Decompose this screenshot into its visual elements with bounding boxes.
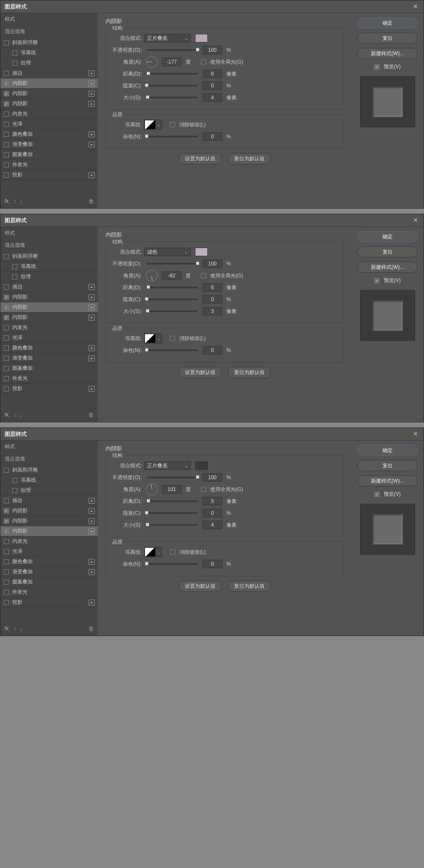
style-checkbox[interactable]	[4, 529, 9, 534]
angle-input[interactable]: 101	[162, 485, 181, 494]
down-icon[interactable]: ↓	[20, 198, 23, 204]
style-item[interactable]: 内阴影+	[0, 292, 98, 302]
ok-button[interactable]: 确定	[357, 17, 418, 28]
opacity-input[interactable]: 100	[203, 473, 222, 482]
contour-picker[interactable]: ⌄	[144, 333, 162, 343]
distance-input[interactable]: 5	[203, 497, 222, 505]
choke-slider[interactable]	[147, 85, 198, 87]
style-item[interactable]: 内阴影+	[0, 78, 98, 89]
distance-input[interactable]: 6	[203, 283, 222, 292]
blend-mode-select[interactable]: 正片叠底	[144, 34, 191, 42]
size-slider[interactable]	[147, 97, 198, 98]
opacity-slider[interactable]	[147, 477, 198, 478]
style-item[interactable]: 等高线	[0, 475, 98, 486]
style-item[interactable]: 颜色叠加+	[0, 557, 98, 567]
style-item[interactable]: 斜面和浮雕	[0, 465, 98, 475]
add-effect-icon[interactable]: +	[89, 315, 95, 321]
add-effect-icon[interactable]: +	[89, 498, 95, 504]
style-checkbox[interactable]	[4, 91, 9, 96]
add-effect-icon[interactable]: +	[89, 142, 95, 148]
style-item[interactable]: 光泽	[0, 333, 98, 343]
new-style-button[interactable]: 新建样式(W)...	[357, 475, 418, 486]
angle-dial[interactable]	[146, 56, 158, 68]
up-icon[interactable]: ↑	[14, 625, 17, 632]
style-checkbox[interactable]	[4, 112, 9, 117]
chevron-down-icon[interactable]: ⌄	[156, 120, 162, 129]
style-checkbox[interactable]	[12, 488, 17, 493]
add-effect-icon[interactable]: +	[89, 345, 95, 351]
global-light-checkbox[interactable]	[201, 273, 206, 278]
style-checkbox[interactable]	[4, 81, 9, 86]
add-effect-icon[interactable]: +	[89, 528, 95, 534]
style-item[interactable]: 渐变叠加+	[0, 353, 98, 363]
style-checkbox[interactable]	[4, 346, 9, 351]
style-checkbox[interactable]	[4, 142, 9, 147]
cancel-button[interactable]: 复位	[357, 246, 418, 257]
style-item[interactable]: 描边+	[0, 68, 98, 78]
noise-input[interactable]: 0	[203, 132, 222, 141]
size-input[interactable]: 4	[203, 521, 222, 529]
style-checkbox[interactable]	[4, 71, 9, 76]
choke-slider[interactable]	[147, 299, 198, 300]
add-effect-icon[interactable]: +	[89, 386, 95, 392]
blend-options[interactable]: 混合选项	[0, 25, 98, 38]
style-checkbox[interactable]	[4, 152, 9, 157]
down-icon[interactable]: ↓	[20, 625, 23, 632]
size-slider[interactable]	[147, 310, 198, 312]
new-style-button[interactable]: 新建样式(W)...	[357, 48, 418, 59]
style-checkbox[interactable]	[12, 50, 17, 56]
distance-slider[interactable]	[147, 287, 198, 288]
style-item[interactable]: 等高线	[0, 262, 98, 272]
style-item[interactable]: 内发光	[0, 109, 98, 119]
opacity-input[interactable]: 100	[203, 46, 222, 54]
add-effect-icon[interactable]: +	[89, 172, 95, 178]
new-style-button[interactable]: 新建样式(W)...	[357, 262, 418, 273]
style-checkbox[interactable]	[4, 122, 9, 127]
style-checkbox[interactable]	[4, 132, 9, 137]
cancel-button[interactable]: 复位	[357, 460, 418, 471]
style-item[interactable]: 图案叠加	[0, 577, 98, 587]
add-effect-icon[interactable]: +	[89, 355, 95, 361]
trash-icon[interactable]: 🗑	[88, 412, 94, 418]
style-item[interactable]: 等高线	[0, 48, 98, 58]
style-item[interactable]: 斜面和浮雕	[0, 251, 98, 262]
add-effect-icon[interactable]: +	[89, 131, 95, 137]
style-checkbox[interactable]	[4, 468, 9, 473]
style-checkbox[interactable]	[4, 539, 9, 544]
style-item[interactable]: 光泽	[0, 547, 98, 557]
choke-slider[interactable]	[147, 512, 198, 514]
reset-default-button[interactable]: 复位为默认值	[228, 581, 271, 592]
style-checkbox[interactable]	[4, 590, 9, 595]
style-checkbox[interactable]	[4, 40, 9, 45]
style-checkbox[interactable]	[4, 295, 9, 300]
style-checkbox[interactable]	[12, 264, 17, 269]
style-checkbox[interactable]	[4, 335, 9, 341]
choke-input[interactable]: 0	[203, 81, 222, 90]
style-item[interactable]: 光泽	[0, 119, 98, 129]
style-checkbox[interactable]	[12, 478, 17, 483]
contour-picker[interactable]: ⌄	[144, 547, 162, 557]
style-checkbox[interactable]	[4, 600, 9, 605]
style-item[interactable]: 内阴影+	[0, 516, 98, 526]
fx-label[interactable]: fx˯	[5, 198, 10, 204]
reset-default-button[interactable]: 复位为默认值	[228, 153, 271, 165]
trash-icon[interactable]: 🗑	[88, 625, 94, 632]
style-item[interactable]: 渐变叠加+	[0, 567, 98, 577]
cancel-button[interactable]: 复位	[357, 33, 418, 44]
style-checkbox[interactable]	[4, 173, 9, 178]
size-slider[interactable]	[147, 524, 198, 526]
add-effect-icon[interactable]: +	[89, 101, 95, 107]
distance-slider[interactable]	[147, 500, 198, 502]
style-item[interactable]: 颜色叠加+	[0, 129, 98, 140]
add-effect-icon[interactable]: +	[89, 600, 95, 606]
make-default-button[interactable]: 设置为默认值	[179, 153, 222, 165]
add-effect-icon[interactable]: +	[89, 294, 95, 300]
style-item[interactable]: 纹理	[0, 486, 98, 496]
style-item[interactable]: 投影+	[0, 384, 98, 394]
close-icon[interactable]: ×	[411, 430, 419, 438]
style-checkbox[interactable]	[4, 305, 9, 310]
style-item[interactable]: 内阴影+	[0, 526, 98, 536]
ok-button[interactable]: 确定	[357, 445, 418, 456]
style-item[interactable]: 纹理	[0, 272, 98, 282]
add-effect-icon[interactable]: +	[89, 70, 95, 76]
